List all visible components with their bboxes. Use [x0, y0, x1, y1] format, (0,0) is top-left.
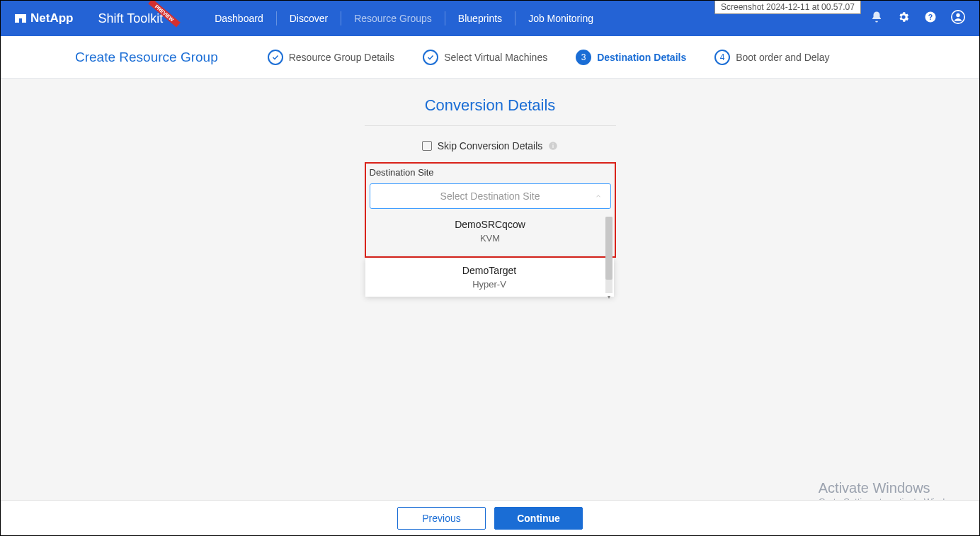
svg-rect-6	[553, 144, 554, 144]
topbar-actions: ?	[870, 10, 965, 27]
option-sub: KVM	[378, 233, 603, 244]
bell-icon[interactable]	[870, 11, 883, 26]
nav-resource-groups[interactable]: Resource Groups	[341, 11, 445, 25]
option-demotarget[interactable]: DemoTarget Hyper-V	[365, 258, 614, 297]
netapp-logo-icon	[15, 13, 26, 24]
gear-icon[interactable]	[897, 11, 910, 26]
watermark-title: Activate Windows	[819, 480, 964, 496]
check-icon	[423, 50, 438, 65]
step-resource-group-details[interactable]: Resource Group Details	[268, 50, 394, 65]
wizard-title: Create Resource Group	[75, 50, 218, 65]
nav-discover[interactable]: Discover	[277, 11, 341, 25]
app-title: Shift Toolkit PREVIEW	[98, 11, 163, 26]
option-name: DemoSRCqcow	[378, 219, 603, 230]
step-label: Resource Group Details	[289, 52, 394, 63]
option-sub: Hyper-V	[374, 279, 605, 290]
svg-point-3	[956, 13, 959, 17]
step-select-virtual-machines[interactable]: Select Virtual Machines	[423, 50, 547, 65]
nav-dashboard[interactable]: Dashboard	[202, 11, 277, 25]
chevron-up-icon	[595, 190, 602, 202]
skip-conversion-row: Skip Conversion Details	[365, 140, 616, 152]
conversion-panel: Conversion Details Skip Conversion Detai…	[365, 96, 616, 500]
check-icon	[268, 50, 283, 65]
main-nav: Dashboard Discover Resource Groups Bluep…	[202, 11, 606, 25]
brand-name: NetApp	[30, 11, 73, 25]
step-label: Destination Details	[597, 52, 686, 63]
step-number-icon: 4	[714, 50, 730, 65]
wizard-header: Create Resource Group Resource Group Det…	[1, 36, 979, 79]
step-boot-order-delay[interactable]: 4 Boot order and Delay	[714, 50, 829, 65]
content-area: Conversion Details Skip Conversion Detai…	[1, 79, 979, 500]
option-demosrcqcow[interactable]: DemoSRCqcow KVM	[370, 209, 611, 251]
help-icon[interactable]: ?	[924, 11, 937, 26]
scrollbar-thumb[interactable]	[605, 217, 612, 280]
destination-site-label: Destination Site	[370, 167, 611, 178]
select-placeholder: Select Destination Site	[440, 190, 540, 202]
chevron-down-icon[interactable]: ▾	[605, 293, 612, 300]
previous-button[interactable]: Previous	[397, 507, 486, 530]
dropdown-scrollbar[interactable]: ▾	[605, 217, 612, 293]
nav-blueprints[interactable]: Blueprints	[445, 11, 515, 25]
destination-site-select[interactable]: Select Destination Site	[370, 183, 611, 209]
user-icon[interactable]	[951, 10, 965, 27]
screenshot-filename-badge: Screenshot 2024-12-11 at 00.57.07	[714, 1, 861, 14]
skip-label: Skip Conversion Details	[438, 140, 543, 152]
step-label: Select Virtual Machines	[444, 52, 547, 63]
divider	[365, 125, 616, 126]
svg-rect-5	[553, 145, 554, 148]
step-label: Boot order and Delay	[736, 52, 829, 63]
info-icon[interactable]	[548, 141, 558, 151]
destination-site-dropdown: DemoTarget Hyper-V ▾	[365, 258, 614, 297]
step-number-icon: 3	[576, 50, 591, 65]
panel-title: Conversion Details	[365, 96, 616, 115]
app-title-text: Shift Toolkit	[98, 11, 163, 26]
svg-text:?: ?	[928, 13, 933, 21]
wizard-steps: Resource Group Details Select Virtual Ma…	[268, 50, 830, 65]
option-name: DemoTarget	[374, 265, 605, 276]
step-destination-details[interactable]: 3 Destination Details	[576, 50, 686, 65]
destination-site-highlight: Destination Site Select Destination Site…	[365, 162, 616, 258]
wizard-footer: Previous Continue	[1, 500, 979, 535]
brand-logo: NetApp	[15, 11, 73, 25]
skip-checkbox[interactable]	[422, 141, 432, 151]
nav-job-monitoring[interactable]: Job Monitoring	[515, 11, 606, 25]
continue-button[interactable]: Continue	[494, 507, 583, 530]
